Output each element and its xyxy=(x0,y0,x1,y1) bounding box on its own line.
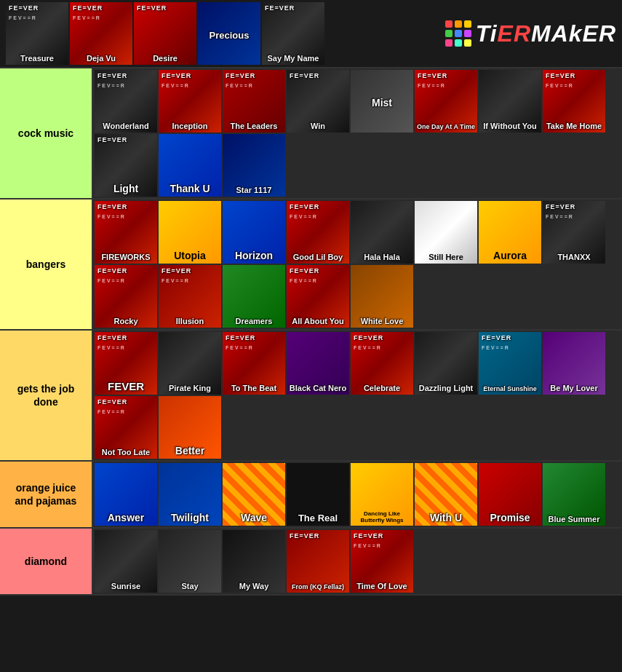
item-sunrise: Sunrise xyxy=(95,530,157,593)
item-fireworks: FE=VERFEV==R FIREWORKS xyxy=(95,201,157,264)
item-promise: Promise xyxy=(479,463,541,526)
dot-5 xyxy=(455,30,462,37)
logo-dots xyxy=(445,20,471,47)
tier-row-cock: cock music FE=VERFEV==R Wonderland FE=VE… xyxy=(0,68,622,199)
item-myway: My Way xyxy=(223,530,285,593)
header-treasure: FE=VER FEV==R Treasure xyxy=(6,2,68,65)
dot-7 xyxy=(445,39,452,47)
item-bluesummer: Blue Summer xyxy=(543,463,605,526)
header-desire: FE=VER Desire xyxy=(134,2,196,65)
item-utopia: Utopia xyxy=(159,201,221,264)
tiermaker-logo-text: TiERMAkER xyxy=(476,20,616,47)
item-stillhere: Still Here xyxy=(415,201,477,264)
item-dancinglikebutterflywings: Dancing Like Butterfly Wings xyxy=(351,463,413,526)
tiermaker-app: FE=VER FEV==R Treasure FE=VER FEV==R Dej… xyxy=(0,0,622,596)
item-bemylover: Be My Lover xyxy=(543,332,605,395)
dot-3 xyxy=(464,20,471,28)
header-precious: Precious xyxy=(198,2,260,65)
tier-row-bangers: bangers FE=VERFEV==R FIREWORKS Utopia Ho… xyxy=(0,199,622,331)
item-wave: Wave xyxy=(223,463,285,526)
item-whitelove: White Love xyxy=(351,265,413,328)
item-halahala: Hala Hala xyxy=(351,201,413,264)
dot-1 xyxy=(445,20,452,28)
dot-8 xyxy=(455,39,462,47)
item-dreamers: Dreamers xyxy=(223,265,285,328)
tier-row-oj: orange juice and pajamas Answer Twilight… xyxy=(0,462,622,529)
item-twilight: Twilight xyxy=(159,463,221,526)
item-horizon: Horizon xyxy=(223,201,285,264)
item-theleaders: FE=VERFEV==R The Leaders xyxy=(223,70,285,133)
logo: TiERMAkER xyxy=(445,20,616,47)
item-blackcatnero: Black Cat Nero xyxy=(287,332,349,395)
tier-items-job: FE=VERFEV==R FEVER Pirate King FE=VERFEV… xyxy=(93,331,622,460)
item-fever: FE=VERFEV==R FEVER xyxy=(95,332,157,395)
item-nottoolate: FE=VERFEV==R Not Too Late xyxy=(95,396,157,459)
item-goodlilboy: FE=VERFEV==R Good Lil Boy xyxy=(287,201,349,264)
header: FE=VER FEV==R Treasure FE=VER FEV==R Dej… xyxy=(0,0,622,68)
item-allaboutyou: FE=VERFEV==R All About You xyxy=(287,265,349,328)
dot-2 xyxy=(455,20,462,28)
item-takemehome: FE=VERFEV==R Take Me Home xyxy=(543,70,605,133)
item-timeoflove: FE=VERFEV==R Time Of Love xyxy=(351,530,413,593)
dot-4 xyxy=(445,30,452,37)
dot-6 xyxy=(464,30,471,37)
tier-items-cock: FE=VERFEV==R Wonderland FE=VERFEV==R Inc… xyxy=(93,68,622,198)
tier-row-diamond: diamond Sunrise Stay My Way FE=VER From … xyxy=(0,529,622,596)
item-eternalsunshine: FE=VERFEV==R Eternal Sunshine xyxy=(479,332,541,395)
tier-items-bangers: FE=VERFEV==R FIREWORKS Utopia Horizon FE… xyxy=(93,199,622,329)
item-light: FE=VER Light xyxy=(95,134,157,197)
tier-label-diamond: diamond xyxy=(0,529,93,594)
item-pirateking: Pirate King xyxy=(159,332,221,395)
header-dejavu: FE=VER FEV==R Deja Vu xyxy=(70,2,132,65)
tier-items-oj: Answer Twilight Wave The Real Dancing Li… xyxy=(93,462,622,527)
item-inception: FE=VERFEV==R Inception xyxy=(159,70,221,133)
item-tothebeat: FE=VERFEV==R To The Beat xyxy=(223,332,285,395)
tier-label-cock: cock music xyxy=(0,68,93,198)
item-withu: With U xyxy=(415,463,477,526)
item-aurora: Aurora xyxy=(479,201,541,264)
tier-row-job: gets the job done FE=VERFEV==R FEVER Pir… xyxy=(0,331,622,462)
item-rocky: FE=VERFEV==R Rocky xyxy=(95,265,157,328)
item-dazzlinglight: Dazzling Light xyxy=(415,332,477,395)
item-win: FE=VER Win xyxy=(287,70,349,133)
item-wonderland: FE=VERFEV==R Wonderland xyxy=(95,70,157,133)
item-thereal: The Real xyxy=(287,463,349,526)
header-saymyname: FE=VER Say My Name xyxy=(262,2,324,65)
item-ifwithoutyou: If Without You xyxy=(479,70,541,133)
tier-label-oj: orange juice and pajamas xyxy=(0,462,93,527)
item-answer: Answer xyxy=(95,463,157,526)
item-mist: Mist xyxy=(351,70,413,133)
item-onedayatatime: FE=VERFEV==R One Day At A Time xyxy=(415,70,477,133)
item-stay: Stay xyxy=(159,530,221,593)
item-celebrate: FE=VERFEV==R Celebrate xyxy=(351,332,413,395)
item-better: Better xyxy=(159,396,221,459)
item-illusion: FE=VERFEV==R Illusion xyxy=(159,265,221,328)
tier-label-job: gets the job done xyxy=(0,331,93,460)
tier-items-diamond: Sunrise Stay My Way FE=VER From (KQ Fell… xyxy=(93,529,622,594)
item-star1117: Star 1117 xyxy=(223,134,285,197)
item-thanku: Thank U xyxy=(159,134,221,197)
dot-9 xyxy=(464,39,471,47)
item-fromkqfellaz: FE=VER From (KQ Fellaz) xyxy=(287,530,349,593)
tier-label-bangers: bangers xyxy=(0,199,93,329)
item-thanxx: FE=VERFEV==R THANXX xyxy=(543,201,605,264)
